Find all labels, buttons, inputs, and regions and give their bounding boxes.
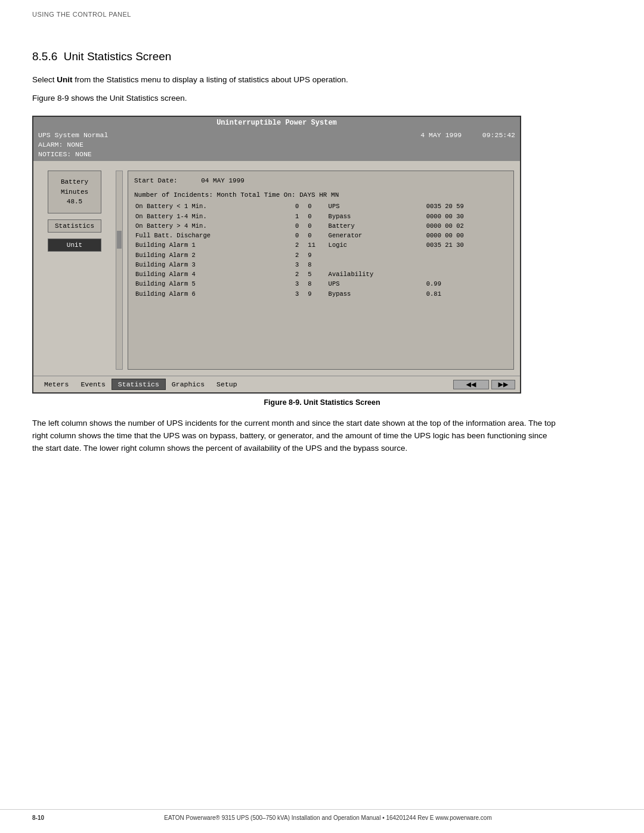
row5-col5: 0035 21 30 (425, 240, 507, 250)
screen-header-left: UPS System Normal ALARM: NONE NOTICES: N… (38, 131, 108, 159)
scrollbar[interactable] (116, 171, 123, 370)
footer-center-text: EATON Powerware® 9315 UPS (500–750 kVA) … (164, 815, 492, 821)
row7-col1: Building Alarm 3 (134, 260, 294, 270)
footer-page-number: 8-10 (32, 815, 44, 821)
table-row: Building Alarm 5 3 8 UPS 0.99 (134, 279, 507, 289)
row10-col1: Building Alarm 6 (134, 289, 294, 299)
alarm-status: ALARM: NONE (38, 140, 108, 150)
table-row: Building Alarm 2 2 9 (134, 250, 507, 260)
screen-body: Battery Minutes 48.5 Statistics Unit Sta… (33, 161, 520, 376)
screen-mockup: Uninterruptible Power System UPS System … (32, 116, 521, 394)
row9-col4: UPS (327, 279, 425, 289)
row7-col5 (425, 260, 507, 270)
row8-col1: Building Alarm 4 (134, 270, 294, 279)
row10-col5: 0.81 (425, 289, 507, 299)
tab-arrow-left[interactable]: ◀◀ (453, 380, 489, 389)
row9-col1: Building Alarm 5 (134, 279, 294, 289)
row5-col4: Logic (327, 240, 425, 250)
table-row: Building Alarm 1 2 11 Logic 0035 21 30 (134, 240, 507, 250)
row3-col5: 0000 00 02 (425, 221, 507, 231)
row5-col1: Building Alarm 1 (134, 240, 294, 250)
row4-col3: 0 (306, 231, 327, 240)
row9-col2: 3 (294, 279, 306, 289)
section-heading: 8.5.6 Unit Statistics Screen (32, 50, 612, 63)
row10-col2: 3 (294, 289, 306, 299)
row6-col5 (425, 250, 507, 260)
right-info-panel: Start Date: 04 MAY 1999 Number of Incide… (128, 171, 514, 370)
row2-col4: Bypass (327, 212, 425, 221)
row2-col3: 0 (306, 212, 327, 221)
menu-item-unit[interactable]: Unit (48, 239, 101, 252)
row2-col5: 0000 00 30 (425, 212, 507, 221)
notices-status: NOTICES: NONE (38, 150, 108, 159)
row3-col1: On Battery > 4 Min. (134, 221, 294, 231)
row2-col1: On Battery 1-4 Min. (134, 212, 294, 221)
row2-col2: 1 (294, 212, 306, 221)
row1-col2: 0 (294, 202, 306, 211)
table-row: Building Alarm 3 3 8 (134, 260, 507, 270)
row9-col5: 0.99 (425, 279, 507, 289)
tab-arrow-area: ◀◀ ▶▶ (453, 380, 515, 389)
start-date-value: 04 MAY 1999 (201, 177, 244, 184)
row4-col5: 0000 00 00 (425, 231, 507, 240)
system-status: UPS System Normal (38, 131, 108, 140)
menu-item-statistics[interactable]: Statistics (48, 219, 101, 233)
row10-col4: Bypass (327, 289, 425, 299)
row7-col4 (327, 260, 425, 270)
tab-events[interactable]: Events (75, 379, 111, 389)
row1-col1: On Battery < 1 Min. (134, 202, 294, 211)
row4-col2: 0 (294, 231, 306, 240)
battery-label1: Battery (51, 177, 98, 187)
tab-meters[interactable]: Meters (38, 379, 75, 389)
row6-col1: Building Alarm 2 (134, 250, 294, 260)
tab-graphics[interactable]: Graphics (166, 379, 210, 389)
page-header-label: USING THE CONTROL PANEL (32, 11, 131, 18)
start-date-line: Start Date: 04 MAY 1999 (134, 176, 507, 187)
table-row: On Battery < 1 Min. 0 0 UPS 0035 20 59 (134, 202, 507, 211)
screen-tabs: Meters Events Statistics Graphics Setup … (33, 376, 520, 392)
table-row: On Battery 1-4 Min. 1 0 Bypass 0000 00 3… (134, 212, 507, 221)
row8-col3: 5 (306, 270, 327, 279)
left-panel: Battery Minutes 48.5 Statistics Unit (39, 171, 110, 370)
page-footer: 8-10 EATON Powerware® 9315 UPS (500–750 … (0, 809, 644, 821)
row9-col3: 8 (306, 279, 327, 289)
battery-box: Battery Minutes 48.5 (48, 171, 101, 213)
row8-col2: 2 (294, 270, 306, 279)
row3-col3: 0 (306, 221, 327, 231)
tab-statistics[interactable]: Statistics (112, 379, 166, 390)
row8-col4: Availability (327, 270, 425, 279)
row5-col3: 11 (306, 240, 327, 250)
row1-col5: 0035 20 59 (425, 202, 507, 211)
row6-col2: 2 (294, 250, 306, 260)
tab-arrow-right[interactable]: ▶▶ (491, 380, 515, 389)
row5-col2: 2 (294, 240, 306, 250)
row7-col2: 3 (294, 260, 306, 270)
row1-col3: 0 (306, 202, 327, 211)
start-date-label: Start Date: (134, 177, 178, 184)
battery-label2: Minutes (51, 187, 98, 197)
tab-setup[interactable]: Setup (210, 379, 243, 389)
incidents-header: Number of Incidents: Month Total Time On… (134, 190, 507, 201)
table-row: Full Batt. Discharge 0 0 Generator 0000 … (134, 231, 507, 240)
screen-header-right: 4 MAY 1999 09:25:42 (420, 131, 515, 139)
intro-paragraph-1: Select Unit from the Statistics menu to … (32, 74, 557, 86)
table-row: On Battery > 4 Min. 0 0 Battery 0000 00 … (134, 221, 507, 231)
row1-col4: UPS (327, 202, 425, 211)
row4-col1: Full Batt. Discharge (134, 231, 294, 240)
battery-value: 48.5 (51, 197, 98, 207)
description-paragraph-1: The left column shows the number of UPS … (32, 417, 557, 455)
screen-header: UPS System Normal ALARM: NONE NOTICES: N… (33, 129, 520, 161)
row6-col3: 9 (306, 250, 327, 260)
row7-col3: 8 (306, 260, 327, 270)
row6-col4 (327, 250, 425, 260)
scrollbar-thumb (117, 231, 122, 249)
row8-col5 (425, 270, 507, 279)
header-date: 4 MAY 1999 (420, 131, 462, 139)
table-row: Building Alarm 6 3 9 Bypass 0.81 (134, 289, 507, 299)
intro-paragraph-2: Figure 8-9 shows the Unit Statistics scr… (32, 92, 557, 105)
screen-title-bar: Uninterruptible Power System (33, 117, 520, 129)
row10-col3: 9 (306, 289, 327, 299)
row3-col2: 0 (294, 221, 306, 231)
table-row: Building Alarm 4 2 5 Availability (134, 270, 507, 279)
header-time: 09:25:42 (482, 131, 515, 139)
